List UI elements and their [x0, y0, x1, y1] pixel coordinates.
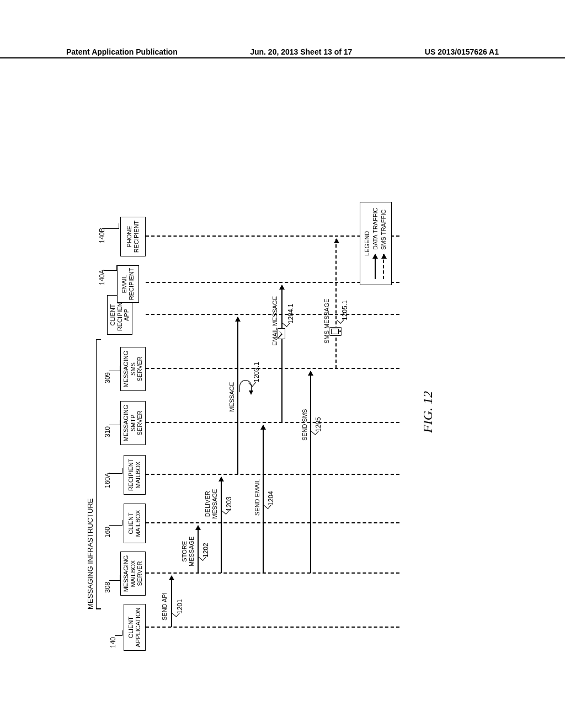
figure-label: FIG. 12 — [420, 391, 435, 433]
actor-sms-server: MESSAGINGSMSSERVER — [120, 347, 146, 391]
arrow-1204 — [263, 425, 264, 573]
arrow-1204-1 — [281, 285, 282, 422]
lifeline-client-mbox — [146, 522, 399, 523]
ref-160: 160 — [104, 527, 111, 538]
lifeline-client-app — [146, 627, 399, 628]
header-center: Jun. 20, 2013 Sheet 13 of 17 — [250, 47, 352, 56]
actor-client-mbox: CLIENTMAILBOX — [124, 504, 146, 543]
legend-label-data: DATA TRAFFIC — [372, 208, 379, 250]
ref-308: 308 — [104, 582, 111, 593]
group-label: MESSAGING INFRASTRUCTURE — [86, 498, 94, 609]
msg-send-sms: SEND SMS — [301, 409, 308, 441]
ref-140: 140 — [109, 637, 117, 648]
ref-160a: 160A — [104, 473, 111, 488]
lifeline-recip-mbox — [146, 474, 399, 475]
lifeline-smtp — [146, 422, 399, 423]
actor-email-recip: EMAILRECIPIENT — [117, 265, 139, 303]
ref-140b: 140B — [98, 228, 106, 243]
legend-arrow-solid — [375, 254, 376, 279]
legend-title: LEGEND — [364, 208, 370, 279]
legend-arrow-dashed — [383, 254, 384, 279]
actor-smtp-server: MESSAGINGSMTPSERVER — [120, 401, 146, 445]
legend-row-data: DATA TRAFFIC — [372, 208, 379, 279]
sequence-diagram: MESSAGING INFRASTRUCTURE 140 CLIENTAPPLI… — [84, 74, 481, 654]
header-left: Patent Application Publication — [66, 47, 178, 56]
lifeline-mbox-server — [146, 572, 399, 574]
ref-1203-1: 1203.1 — [253, 362, 260, 382]
msg-send-email: SEND EMAIL — [254, 479, 261, 516]
actor-recip-mbox: RECIPIENTMAILBOX — [124, 455, 146, 495]
legend: LEGEND DATA TRAFFIC SMS TRAFFIC — [360, 202, 392, 285]
envelope-icon — [278, 328, 285, 339]
phone-icon — [329, 327, 342, 336]
actor-phone-recip: PHONERECIPIENT — [120, 217, 146, 256]
arrow-1205-1 — [335, 239, 337, 368]
ref-309: 309 — [104, 372, 111, 383]
arrow-1201 — [171, 576, 172, 627]
arrow-1202 — [198, 526, 199, 573]
group-bracket — [96, 339, 102, 609]
arrow-recip-to-app — [237, 317, 238, 474]
arrow-1205 — [310, 371, 311, 573]
msg-message: MESSAGE — [228, 382, 236, 412]
legend-label-sms: SMS TRAFFIC — [380, 210, 387, 250]
header-right: US 2013/0157626 A1 — [425, 47, 499, 56]
msg-deliver: DELIVERMESSAGE — [204, 489, 218, 519]
page-header: Patent Application Publication Jun. 20, … — [0, 47, 565, 56]
actor-client-app: CLIENTAPPLICATION — [124, 604, 146, 651]
msg-send-api: SEND API — [161, 592, 168, 620]
msg-sms-message: SMS MESSAGE — [323, 299, 331, 344]
actor-mbox-server: MESSAGINGMAILBOXSERVER — [120, 552, 146, 596]
arrow-1203 — [221, 477, 222, 573]
ref-310: 310 — [104, 426, 111, 437]
ref-140a: 140A — [98, 270, 106, 285]
msg-store: STOREMESSAGE — [181, 537, 195, 566]
lifeline-sms — [146, 368, 399, 369]
legend-row-sms: SMS TRAFFIC — [380, 208, 387, 279]
